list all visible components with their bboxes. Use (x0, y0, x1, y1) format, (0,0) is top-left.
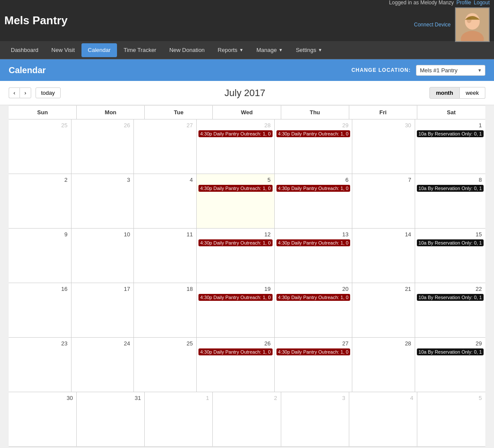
day-number: 29 (276, 121, 351, 129)
day-number: 14 (354, 230, 413, 239)
calendar-cell-w5d6[interactable]: 5 (417, 392, 485, 446)
calendar-cell-w1d4[interactable]: 64:30p Daily Pantry Outreach: 1, 0 (275, 174, 353, 228)
calendar-cell-w2d2[interactable]: 11 (134, 229, 197, 283)
event-w2d4-0[interactable]: 4:30p Daily Pantry Outreach: 1, 0 (276, 239, 351, 246)
location-select[interactable]: Mels #1 Pantry Mels #2 Pantry (416, 65, 485, 76)
day-number: 17 (73, 285, 132, 293)
month-view-button[interactable]: month (429, 87, 460, 99)
nav-manage[interactable]: Manage ▼ (250, 43, 289, 57)
calendar-cell-w2d3[interactable]: 124:30p Daily Pantry Outreach: 1, 0 (197, 229, 275, 283)
day-number: 26 (73, 121, 132, 129)
location-select-wrapper: Mels #1 Pantry Mels #2 Pantry (416, 65, 485, 76)
event-w4d3-0[interactable]: 4:30p Daily Pantry Outreach: 1, 0 (198, 348, 273, 355)
calendar-cell-w4d0[interactable]: 23 (9, 338, 72, 392)
day-number: 30 (354, 121, 413, 129)
day-number: 4 (351, 394, 415, 402)
event-w3d4-0[interactable]: 4:30p Daily Pantry Outreach: 1, 0 (276, 294, 351, 301)
calendar-cell-w1d5[interactable]: 7 (352, 174, 415, 228)
event-w4d6-0[interactable]: 10a By Reservation Only: 0, 1 (417, 348, 484, 355)
calendar-cell-w3d0[interactable]: 16 (9, 283, 72, 337)
calendar-wrapper: Sun Mon Tue Wed Thu Fri Sat 252627284:30… (0, 105, 494, 448)
logged-in-text: Logged in as Melody Manzy (389, 0, 454, 6)
calendar-cell-w1d0[interactable]: 2 (9, 174, 72, 228)
calendar-header-row: Sun Mon Tue Wed Thu Fri Sat (9, 106, 485, 119)
day-number: 2 (214, 394, 279, 402)
calendar-cell-w0d5[interactable]: 30 (352, 119, 415, 174)
calendar-cell-w1d1[interactable]: 3 (72, 174, 134, 228)
nav-dashboard[interactable]: Dashboard (4, 43, 45, 57)
calendar-cell-w3d2[interactable]: 18 (134, 283, 197, 337)
day-number: 8 (417, 176, 484, 184)
today-button[interactable]: today (36, 87, 61, 98)
calendar-cell-w4d6[interactable]: 2910a By Reservation Only: 0, 1 (415, 338, 485, 392)
day-number: 21 (354, 285, 413, 293)
nav-reports[interactable]: Reports ▼ (211, 43, 250, 57)
view-toggle: month week (429, 87, 485, 99)
calendar-cell-w2d0[interactable]: 9 (9, 229, 72, 283)
event-w2d3-0[interactable]: 4:30p Daily Pantry Outreach: 1, 0 (198, 239, 273, 246)
connect-device-link[interactable]: Connect Device (414, 22, 451, 28)
event-w2d6-0[interactable]: 10a By Reservation Only: 0, 1 (417, 239, 484, 246)
manage-dropdown-arrow: ▼ (279, 48, 283, 52)
header-wed: Wed (213, 106, 281, 119)
day-number: 19 (198, 285, 273, 293)
calendar-cell-w2d6[interactable]: 1510a By Reservation Only: 0, 1 (415, 229, 485, 283)
calendar-cell-w3d5[interactable]: 21 (352, 283, 415, 337)
calendar-cell-w4d2[interactable]: 25 (134, 338, 197, 392)
calendar-cell-w5d5[interactable]: 4 (349, 392, 417, 446)
header-left: Mels Pantry (4, 14, 68, 27)
calendar-grid: 252627284:30p Daily Pantry Outreach: 1, … (9, 119, 485, 447)
calendar-cell-w4d4[interactable]: 274:30p Daily Pantry Outreach: 1, 0 (275, 338, 353, 392)
event-w0d3-0[interactable]: 4:30p Daily Pantry Outreach: 1, 0 (198, 130, 273, 137)
calendar-cell-w2d1[interactable]: 10 (72, 229, 134, 283)
calendar-cell-w0d0[interactable]: 25 (9, 119, 72, 174)
calendar: Sun Mon Tue Wed Thu Fri Sat 252627284:30… (9, 105, 485, 447)
day-number: 16 (10, 285, 69, 293)
calendar-cell-w1d6[interactable]: 810a By Reservation Only: 0, 1 (415, 174, 485, 228)
event-w4d4-0[interactable]: 4:30p Daily Pantry Outreach: 1, 0 (276, 348, 351, 355)
calendar-cell-w1d3[interactable]: 54:30p Daily Pantry Outreach: 1, 0 (197, 174, 275, 228)
calendar-row-5: 303112345 (9, 392, 485, 447)
event-w0d6-0[interactable]: 10a By Reservation Only: 0, 1 (417, 130, 484, 137)
calendar-cell-w0d2[interactable]: 27 (134, 119, 197, 174)
next-button[interactable]: › (20, 87, 31, 98)
day-number: 18 (136, 285, 195, 293)
calendar-cell-w3d4[interactable]: 204:30p Daily Pantry Outreach: 1, 0 (275, 283, 353, 337)
calendar-cell-w5d0[interactable]: 30 (9, 392, 77, 446)
event-w3d3-0[interactable]: 4:30p Daily Pantry Outreach: 1, 0 (198, 294, 273, 301)
day-number: 24 (73, 339, 132, 348)
calendar-cell-w2d5[interactable]: 14 (352, 229, 415, 283)
nav-time-tracker[interactable]: Time Tracker (117, 43, 162, 57)
event-w3d6-0[interactable]: 10a By Reservation Only: 0, 1 (417, 294, 484, 301)
event-w1d3-0[interactable]: 4:30p Daily Pantry Outreach: 1, 0 (198, 185, 273, 192)
calendar-cell-w2d4[interactable]: 134:30p Daily Pantry Outreach: 1, 0 (275, 229, 353, 283)
calendar-cell-w0d1[interactable]: 26 (72, 119, 134, 174)
calendar-cell-w4d1[interactable]: 24 (72, 338, 134, 392)
nav-settings[interactable]: Settings ▼ (289, 43, 329, 57)
event-w1d6-0[interactable]: 10a By Reservation Only: 0, 1 (417, 185, 484, 192)
calendar-cell-w4d3[interactable]: 264:30p Daily Pantry Outreach: 1, 0 (197, 338, 275, 392)
event-w0d4-0[interactable]: 4:30p Daily Pantry Outreach: 1, 0 (276, 130, 351, 137)
calendar-cell-w5d3[interactable]: 2 (213, 392, 281, 446)
subheader-title: Calendar (9, 65, 46, 75)
nav-new-donation[interactable]: New Donation (163, 43, 211, 57)
calendar-cell-w1d2[interactable]: 4 (134, 174, 197, 228)
calendar-cell-w5d4[interactable]: 3 (281, 392, 349, 446)
nav-calendar[interactable]: Calendar (81, 43, 117, 57)
calendar-cell-w0d3[interactable]: 284:30p Daily Pantry Outreach: 1, 0 (197, 119, 275, 174)
calendar-cell-w0d6[interactable]: 110a By Reservation Only: 0, 1 (415, 119, 485, 174)
day-number: 7 (354, 176, 413, 184)
logout-link[interactable]: Logout (474, 0, 490, 6)
calendar-cell-w3d1[interactable]: 17 (72, 283, 134, 337)
calendar-cell-w3d6[interactable]: 2210a By Reservation Only: 0, 1 (415, 283, 485, 337)
calendar-cell-w0d4[interactable]: 294:30p Daily Pantry Outreach: 1, 0 (275, 119, 353, 174)
event-w1d4-0[interactable]: 4:30p Daily Pantry Outreach: 1, 0 (276, 185, 351, 192)
calendar-cell-w5d2[interactable]: 1 (145, 392, 213, 446)
calendar-cell-w4d5[interactable]: 28 (352, 338, 415, 392)
calendar-cell-w5d1[interactable]: 31 (77, 392, 145, 446)
week-view-button[interactable]: week (460, 87, 485, 99)
profile-link[interactable]: Profile (456, 0, 471, 6)
nav-new-visit[interactable]: New Visit (45, 43, 81, 57)
calendar-cell-w3d3[interactable]: 194:30p Daily Pantry Outreach: 1, 0 (197, 283, 275, 337)
prev-button[interactable]: ‹ (9, 87, 20, 98)
